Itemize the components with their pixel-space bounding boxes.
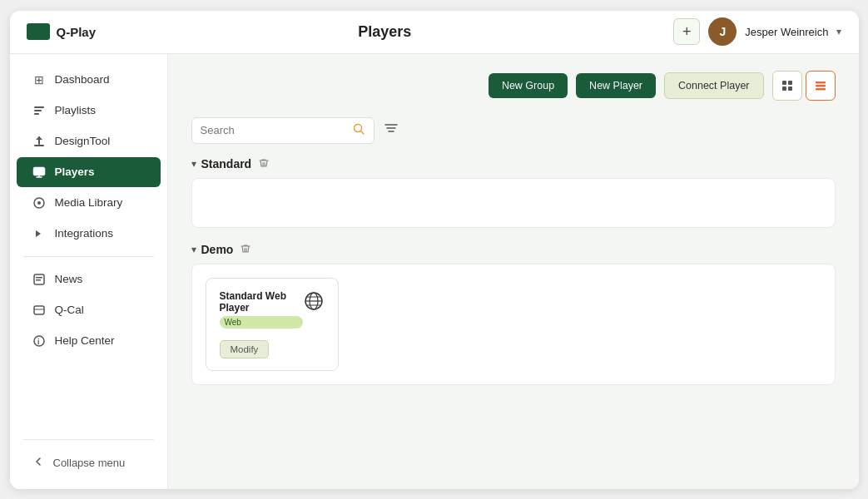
new-player-button[interactable]: New Player: [576, 73, 656, 98]
svg-rect-16: [782, 81, 786, 85]
group-header-demo[interactable]: ▾ Demo: [191, 243, 836, 257]
sidebar-item-label: Dashboard: [55, 73, 110, 86]
playlists-icon: [32, 103, 47, 118]
svg-rect-2: [34, 113, 39, 115]
new-group-button[interactable]: New Group: [489, 73, 568, 98]
group-trash-icon[interactable]: [258, 157, 270, 171]
sidebar-item-label: Players: [55, 166, 95, 178]
topbar-plus-button[interactable]: +: [673, 18, 700, 45]
action-bar: New Group New Player Connect Player: [191, 71, 836, 101]
svg-rect-3: [34, 145, 44, 146]
logo-text: Q-Play: [57, 25, 97, 39]
topbar: Q-Play Players + J Jesper Weinreich ▾: [10, 11, 859, 54]
sidebar-divider: [23, 256, 154, 257]
svg-marker-5: [36, 136, 42, 140]
svg-rect-11: [36, 279, 41, 281]
sidebar-item-news[interactable]: News: [17, 264, 161, 294]
sidebar-item-label: Media Library: [55, 196, 123, 209]
media-library-icon: [32, 195, 47, 210]
view-toggle: [772, 71, 836, 101]
search-row: [191, 117, 836, 144]
svg-text:i: i: [37, 338, 40, 346]
search-box: [191, 117, 374, 144]
svg-rect-10: [36, 277, 42, 279]
svg-rect-12: [34, 306, 44, 314]
sidebar-item-help-center[interactable]: i Help Center: [17, 326, 161, 356]
players-icon: [32, 165, 47, 180]
news-icon: [32, 272, 47, 287]
globe-icon: [303, 290, 325, 317]
sidebar-item-playlists[interactable]: Playlists: [17, 96, 161, 126]
sidebar-item-integrations[interactable]: Integrations: [17, 219, 161, 249]
sidebar-bottom-nav: News Q-Cal i Help Center: [10, 264, 167, 432]
collapse-menu-button[interactable]: Collapse menu: [17, 447, 161, 478]
sidebar-item-label: DesignTool: [55, 135, 111, 147]
group-chevron-icon: ▾: [191, 158, 196, 170]
svg-line-24: [360, 131, 364, 134]
modify-button[interactable]: Modify: [220, 340, 270, 358]
player-card-title: Standard Web Player: [220, 290, 303, 314]
sidebar-item-label: News: [55, 273, 83, 285]
collapse-icon: [32, 455, 45, 471]
sidebar-item-q-cal[interactable]: Q-Cal: [17, 295, 161, 325]
svg-rect-0: [34, 106, 44, 108]
player-card-top: Standard Web Player Web: [220, 290, 325, 329]
sidebar-item-label: Integrations: [55, 227, 114, 240]
sidebar-item-dashboard[interactable]: ⊞ Dashboard: [17, 65, 161, 95]
filter-icon[interactable]: [383, 120, 399, 141]
group-chevron-icon: ▾: [191, 244, 196, 255]
topbar-right: + J Jesper Weinreich ▾: [673, 17, 841, 46]
search-input[interactable]: [201, 124, 348, 136]
group-name: Standard: [201, 157, 252, 170]
page-title: Players: [358, 23, 411, 41]
sidebar-nav: ⊞ Dashboard Playlists DesignTool: [10, 64, 167, 250]
username: Jesper Weinreich: [745, 26, 828, 38]
q-cal-icon: [32, 303, 47, 318]
group-section-standard: ▾ Standard: [191, 157, 836, 228]
design-tool-icon: [32, 134, 47, 149]
sidebar-item-media-library[interactable]: Media Library: [17, 188, 161, 218]
group-trash-icon[interactable]: [240, 243, 251, 257]
logo: Q-Play: [27, 23, 97, 40]
group-content-standard: [191, 178, 836, 228]
collapse-label: Collapse menu: [53, 457, 126, 469]
svg-rect-17: [788, 81, 792, 85]
list-view-button[interactable]: [806, 71, 836, 101]
svg-point-8: [37, 201, 41, 205]
logo-icon: [27, 23, 50, 40]
app-container: Q-Play Players + J Jesper Weinreich ▾ ⊞ …: [10, 11, 859, 489]
svg-rect-1: [34, 110, 42, 111]
group-content-demo: Standard Web Player Web Modify: [191, 264, 836, 385]
player-type-badge: Web: [220, 316, 303, 329]
svg-rect-18: [782, 86, 786, 91]
avatar: J: [708, 17, 737, 46]
sidebar-item-label: Help Center: [55, 334, 115, 347]
sidebar-item-label: Playlists: [55, 104, 97, 116]
group-section-demo: ▾ Demo Standard Web Player Web: [191, 243, 836, 385]
group-header-standard[interactable]: ▾ Standard: [191, 157, 836, 171]
svg-rect-6: [33, 167, 45, 175]
svg-rect-19: [788, 86, 792, 91]
main-content: New Group New Player Connect Player: [168, 54, 859, 489]
svg-rect-21: [816, 85, 826, 87]
svg-rect-22: [816, 88, 826, 91]
player-card-info: Standard Web Player Web: [220, 290, 303, 329]
user-menu-chevron-icon[interactable]: ▾: [836, 26, 841, 37]
search-icon: [353, 123, 365, 138]
player-card: Standard Web Player Web Modify: [206, 278, 339, 371]
integrations-icon: [32, 226, 47, 241]
sidebar: ⊞ Dashboard Playlists DesignTool: [10, 54, 168, 489]
sidebar-item-design-tool[interactable]: DesignTool: [17, 126, 161, 156]
group-name: Demo: [201, 243, 234, 256]
connect-player-button[interactable]: Connect Player: [664, 72, 763, 99]
sidebar-divider-2: [23, 439, 154, 440]
dashboard-icon: ⊞: [32, 72, 47, 87]
app-body: ⊞ Dashboard Playlists DesignTool: [10, 54, 859, 489]
svg-rect-20: [816, 82, 826, 84]
sidebar-item-label: Q-Cal: [55, 304, 84, 316]
sidebar-item-players[interactable]: Players: [17, 157, 161, 187]
help-center-icon: i: [32, 333, 47, 348]
grid-view-button[interactable]: [772, 71, 802, 101]
